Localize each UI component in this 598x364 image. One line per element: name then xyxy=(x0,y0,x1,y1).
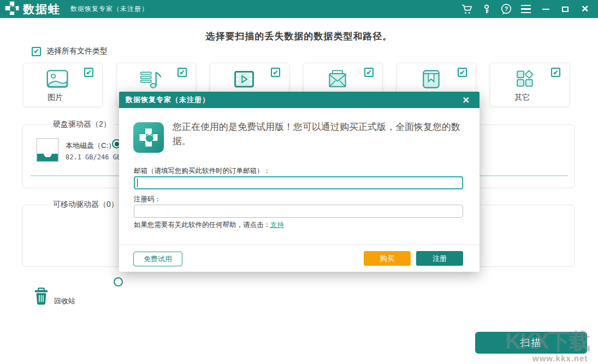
apple-disk-icon xyxy=(36,138,59,164)
trial-message: 您正在使用的是免费试用版！您可以通过购买正式版，全面恢复您的数据。 xyxy=(173,120,467,149)
page-title: 选择要扫描的丢失数据的数据类型和路径。 xyxy=(0,30,598,43)
drive-capacity: 82.1 GB/246 GB xyxy=(66,153,121,161)
email-checkbox[interactable] xyxy=(364,68,374,77)
documents-checkbox[interactable] xyxy=(458,68,467,77)
registration-dialog: 数据恢复专家（未注册） ✕ 您正在使用的是免费试用版！您可以通过购买正式版，全面… xyxy=(119,92,479,272)
maximize-button[interactable] xyxy=(559,3,572,16)
hard-drives-section-label: 硬盘驱动器（2） xyxy=(49,120,115,129)
logo-text: 数据蛙 xyxy=(23,2,61,17)
register-button[interactable]: 注册 xyxy=(416,251,463,266)
email-label: 邮箱（请填写您购买此软件时的订单邮箱）： xyxy=(134,166,270,176)
recycle-bin-item[interactable]: 回收站 xyxy=(34,288,75,308)
dialog-footer: 免费试用 购买 注册 xyxy=(119,244,479,272)
scan-button[interactable]: 扫描 xyxy=(475,332,587,354)
support-link[interactable]: 支持 xyxy=(270,221,284,229)
document-icon xyxy=(419,69,443,92)
trash-icon xyxy=(34,288,49,308)
site-watermark-url: www.kkx.net xyxy=(532,354,588,363)
cart-icon[interactable] xyxy=(460,3,473,16)
file-type-card-images[interactable]: 图片 xyxy=(23,63,103,107)
titlebar: 数据蛙 数据恢复专家（未注册） ? xyxy=(0,0,598,18)
card-label: 图片 xyxy=(23,93,87,103)
menu-icon[interactable] xyxy=(519,3,532,16)
buy-button[interactable]: 购买 xyxy=(364,251,411,266)
svg-text:?: ? xyxy=(505,5,508,12)
file-type-card-other[interactable]: 其它 xyxy=(490,63,570,107)
help-icon[interactable]: ? xyxy=(500,3,513,16)
images-checkbox[interactable] xyxy=(84,68,93,77)
window-title: 数据恢复专家（未注册） xyxy=(70,4,149,14)
app-logo: 数据蛙 xyxy=(0,1,61,18)
minimize-button[interactable] xyxy=(539,3,552,16)
recycle-bin-radio[interactable] xyxy=(114,277,123,287)
select-all-file-types[interactable]: 选择所有文件类型 xyxy=(32,46,108,56)
key-register-icon[interactable] xyxy=(480,3,493,16)
audio-icon xyxy=(139,69,163,92)
help-line: 如果您需要有关此软件的任何帮助，请点击：支持 xyxy=(134,220,284,230)
drive-name: 本地磁盘（C:） xyxy=(66,141,115,151)
select-all-label: 选择所有文件类型 xyxy=(46,46,108,56)
email-input[interactable] xyxy=(134,176,463,189)
help-text: 如果您需要有关此软件的任何帮助，请点击： xyxy=(134,221,270,229)
other-checkbox[interactable] xyxy=(551,68,560,77)
dialog-title: 数据恢复专家（未注册） xyxy=(126,95,210,105)
text-caret xyxy=(137,178,138,187)
removable-drives-section-label: 可移动驱动器（0） xyxy=(49,200,123,210)
email-icon xyxy=(325,69,350,92)
dialog-body: 您正在使用的是免费试用版！您可以通过购买正式版，全面恢复您的数据。 邮箱（请填写… xyxy=(119,108,479,244)
other-icon xyxy=(512,69,536,92)
registration-code-input[interactable] xyxy=(134,205,463,218)
close-button[interactable]: ✕ xyxy=(578,3,591,16)
dialog-close-icon[interactable]: ✕ xyxy=(459,95,473,105)
select-all-checkbox[interactable] xyxy=(32,47,41,56)
frog-cross-logo-icon xyxy=(4,1,20,18)
audio-checkbox[interactable] xyxy=(177,68,187,77)
code-label: 注册码： xyxy=(134,195,161,204)
image-icon xyxy=(45,69,69,92)
free-trial-button[interactable]: 免费试用 xyxy=(133,252,182,266)
card-label: 其它 xyxy=(490,93,554,103)
video-checkbox[interactable] xyxy=(271,68,280,77)
recycle-bin-label: 回收站 xyxy=(54,296,75,308)
app-cross-icon xyxy=(133,122,164,153)
dialog-header: 数据恢复专家（未注册） ✕ xyxy=(119,92,479,108)
video-icon xyxy=(232,69,256,92)
